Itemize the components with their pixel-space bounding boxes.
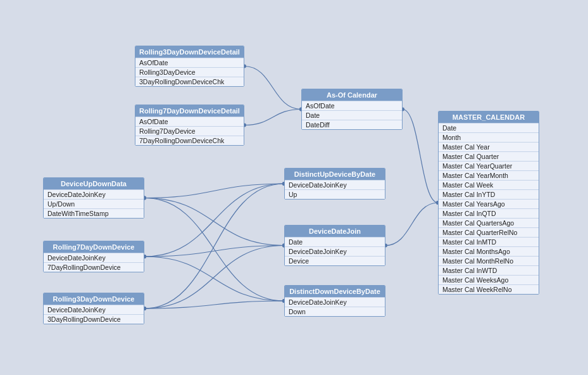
entity-row: Master Cal WeeksAgo — [439, 275, 539, 284]
entity-row: Master Cal InMTD — [439, 237, 539, 246]
entity-row: Master Cal QuarterRelNo — [439, 227, 539, 237]
diagram-container: Rolling3DayDownDeviceDetailAsOfDateRolli… — [0, 0, 588, 375]
entity-master_calendar: MASTER_CALENDARDateMonthMaster Cal YearM… — [438, 111, 539, 295]
entity-row: Master Cal InWTD — [439, 265, 539, 275]
entity-row: Master Cal WeekRelNo — [439, 284, 539, 294]
entity-rolling7daydown_detail: Rolling7DayDownDeviceDetailAsOfDateRolli… — [135, 105, 244, 146]
entity-header-rolling3daydown_detail: Rolling3DayDownDeviceDetail — [135, 46, 244, 58]
entity-device_date_join: DeviceDateJoinDateDeviceDateJoinKeyDevic… — [284, 225, 385, 266]
entity-header-asof_calendar: As-Of Calendar — [302, 89, 402, 101]
entity-row: Rolling7DayDevice — [135, 126, 244, 136]
entity-header-rolling3daydown_device: Rolling3DayDownDevice — [44, 293, 144, 305]
entity-row: DateDiff — [302, 120, 402, 129]
entity-rolling7daydown_device: Rolling7DayDownDeviceDeviceDateJoinKey7D… — [43, 241, 144, 272]
entity-asof_calendar: As-Of CalendarAsOfDateDateDateDiff — [301, 89, 403, 130]
entity-row: DeviceDateJoinKey — [285, 297, 385, 307]
entity-row: Master Cal QuartersAgo — [439, 218, 539, 227]
entity-row: Master Cal Year — [439, 142, 539, 151]
entity-row: Master Cal InQTD — [439, 208, 539, 218]
entity-header-distinct_downdevice_bydate: DistinctDownDeviceByDate — [285, 286, 385, 297]
entity-row: 7DayRollingDownDeviceChk — [135, 136, 244, 145]
entity-row: DeviceDateJoinKey — [285, 246, 385, 256]
entity-row: Up — [285, 189, 385, 199]
entity-rolling3daydown_device: Rolling3DayDownDeviceDeviceDateJoinKey3D… — [43, 293, 144, 324]
entity-row: 3DayRollingDownDeviceChk — [135, 77, 244, 86]
entity-row: Master Cal Quarter — [439, 151, 539, 161]
entity-row: Master Cal YearQuarter — [439, 161, 539, 170]
entity-rolling3daydown_detail: Rolling3DayDownDeviceDetailAsOfDateRolli… — [135, 46, 244, 87]
entity-row: Master Cal MonthRelNo — [439, 256, 539, 265]
entity-header-device_updown_data: DeviceUpDownData — [44, 178, 144, 189]
entity-row: Date — [439, 123, 539, 132]
entity-device_updown_data: DeviceUpDownDataDeviceDateJoinKeyUp/Down… — [43, 177, 144, 219]
entity-row: Date — [285, 237, 385, 246]
entity-row: AsOfDate — [302, 101, 402, 110]
entity-distinct_downdevice_bydate: DistinctDownDeviceByDateDeviceDateJoinKe… — [284, 285, 385, 317]
entity-row: DeviceDateJoinKey — [285, 180, 385, 189]
entity-row: DeviceDateJoinKey — [44, 305, 144, 314]
entity-row: DeviceDateJoinKey — [44, 253, 144, 262]
entity-row: AsOfDate — [135, 58, 244, 67]
entity-row: DateWithTimeStamp — [44, 208, 144, 218]
entity-row: Master Cal InYTD — [439, 189, 539, 199]
entity-row: Month — [439, 132, 539, 142]
entity-row: Up/Down — [44, 199, 144, 208]
entity-distinct_updevice_bydate: DistinctUpDeviceByDateDeviceDateJoinKeyU… — [284, 168, 385, 200]
entity-row: Date — [302, 110, 402, 120]
entity-row: Master Cal YearsAgo — [439, 199, 539, 208]
entity-row: 3DayRollingDownDevice — [44, 314, 144, 324]
entity-row: Master Cal MonthsAgo — [439, 246, 539, 256]
entity-row: AsOfDate — [135, 117, 244, 126]
entity-row: 7DayRollingDownDevice — [44, 262, 144, 272]
entity-row: Device — [285, 256, 385, 265]
entity-row: DeviceDateJoinKey — [44, 189, 144, 199]
entity-header-master_calendar: MASTER_CALENDAR — [439, 111, 539, 123]
entity-row: Master Cal YearMonth — [439, 170, 539, 180]
entity-row: Master Cal Week — [439, 180, 539, 189]
entity-row: Rolling3DayDevice — [135, 67, 244, 77]
entity-header-rolling7daydown_device: Rolling7DayDownDevice — [44, 241, 144, 253]
entity-header-rolling7daydown_detail: Rolling7DayDownDeviceDetail — [135, 105, 244, 117]
entity-header-distinct_updevice_bydate: DistinctUpDeviceByDate — [285, 168, 385, 180]
entity-row: Down — [285, 307, 385, 316]
entity-header-device_date_join: DeviceDateJoin — [285, 226, 385, 237]
